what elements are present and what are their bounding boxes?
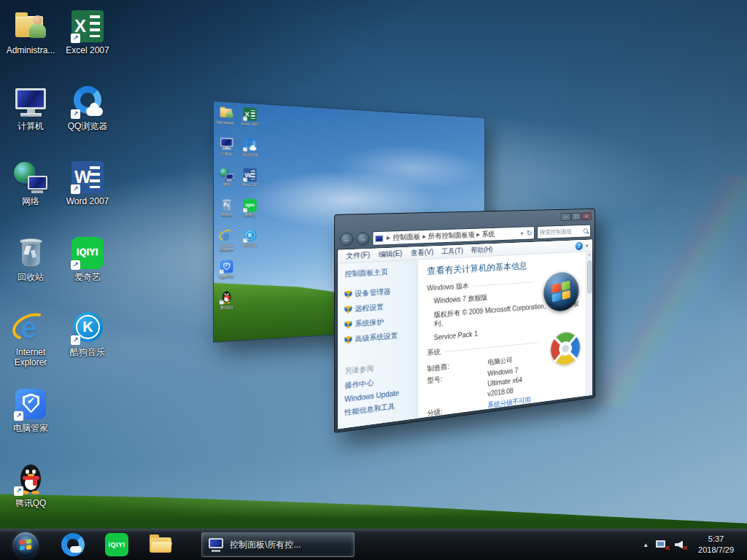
menu-item[interactable]: 工具(T) (438, 245, 467, 259)
taskbar-clock[interactable]: 5:37 2018/7/29 (692, 534, 740, 556)
task-button-label: 控制面板\所有控... (230, 539, 301, 551)
kugou-icon: K↗ (243, 228, 258, 242)
refresh-icon[interactable]: ↻ (527, 228, 533, 237)
desktop-icon-label: Word 2007 (60, 197, 115, 207)
sidebar-task-label: 设备管理器 (355, 287, 390, 299)
desktop-icon-label: 爱奇艺 (60, 273, 115, 283)
scroll-thumb[interactable] (587, 260, 592, 294)
sidebar-task-label: 系统保护 (355, 317, 384, 330)
sidebar-task-label: 远程设置 (355, 302, 384, 314)
uac-shield-icon (344, 306, 352, 314)
computer-icon (220, 136, 234, 151)
desktop-icon-kugou[interactable]: K↗酷狗音乐 (60, 311, 115, 358)
breadcrumb-segment[interactable]: 系统 (482, 230, 495, 240)
excel-icon: X↗ (243, 106, 258, 121)
windows-experience-index-logo (551, 331, 580, 366)
see-also-link[interactable]: 操作中心 (344, 375, 399, 391)
sidebar-task-高级系统设置[interactable]: 高级系统设置 (344, 329, 417, 345)
desktop-icon-label: Administra... (3, 46, 58, 56)
sidebar-task-远程设置[interactable]: 远程设置 (344, 300, 417, 315)
desktop-icon-label: Word 2007 (239, 182, 261, 187)
desktop-icon-excel[interactable]: X↗Excel 2007 (60, 9, 115, 56)
see-also-link[interactable]: 性能信息和工具 (344, 401, 399, 418)
menu-item[interactable]: 文件(F) (342, 249, 374, 263)
sidebar-see-also: 另请参阅 操作中心Windows Update性能信息和工具 (344, 361, 399, 422)
desktop-icon-recycle[interactable]: 回收站 (3, 236, 58, 283)
minimize-button[interactable]: – (561, 213, 571, 221)
shortcut-arrow-icon: ↗ (71, 34, 80, 43)
breadcrumb-separator-icon: ▶ (387, 235, 390, 241)
desktop-icon-iqiyi[interactable]: iQIYI↗爱奇艺 (60, 236, 115, 283)
desktop-icon-recycle: 回收站 (215, 198, 239, 217)
window-client-area: 文件(F)编辑(E)查看(V)工具(T)帮助(H) ? ▼ 控制面板主页 设备管… (337, 239, 593, 430)
system-tray: ▲ ✕ ✕ 5:37 2018/7/29 (643, 534, 747, 556)
close-button[interactable]: × (581, 212, 591, 220)
show-hidden-icons-arrow[interactable]: ▲ (643, 542, 649, 548)
system-info-rows: 制造商:电脑公司型号:Windows 7 Ultimate x64 v2018.… (427, 352, 538, 419)
desktop-icon-label: Internet Explorer (3, 348, 58, 368)
word-icon: W↗ (70, 160, 105, 195)
system-window[interactable]: – □ × ← → ▶控制面板▶所有控制面板项▶系统 ▼ ↻ 搜索控制面板 文件… (334, 209, 595, 433)
desktop-icon-excel: X↗Excel 2007 (239, 106, 261, 127)
desktop-icon-label: Administra... (215, 120, 239, 125)
breadcrumb-segment[interactable]: 控制面板 (392, 232, 420, 243)
location-icon (375, 235, 383, 241)
menu-item[interactable]: 编辑(E) (375, 247, 406, 261)
control-panel-task-icon (209, 538, 225, 552)
sidebar-task-设备管理器[interactable]: 设备管理器 (344, 285, 417, 300)
forward-button[interactable]: → (357, 232, 370, 245)
scroll-up-arrow[interactable]: ▲ (587, 252, 593, 257)
sidebar-task-系统保护[interactable]: 系统保护 (344, 314, 417, 330)
shortcut-arrow-icon: ↗ (14, 486, 23, 496)
shortcut-arrow-icon: ↗ (243, 238, 247, 242)
sidebar-task-label: 高级系统设置 (355, 331, 398, 345)
shortcut-arrow-icon: ↗ (14, 411, 23, 421)
help-dropdown-icon[interactable]: ▼ (585, 243, 589, 247)
desktop-icon-label: Internet Explorer (215, 244, 239, 252)
breadcrumb-segment[interactable]: 所有控制面板项 (428, 230, 475, 241)
desktop-icon-ie[interactable]: eInternet Explorer (3, 311, 58, 368)
desktop-icon-pcmanager[interactable]: ✔↗电脑管家 (3, 386, 58, 434)
desktop-icon-qqbrowser[interactable]: ↗QQ浏览器 (60, 85, 115, 132)
ie-icon: e (220, 229, 234, 244)
maximize-button[interactable]: □ (571, 213, 581, 221)
iqiyi-icon: iQIYI↗ (70, 236, 105, 271)
start-button[interactable] (13, 532, 38, 557)
taskbar-task-button[interactable]: 控制面板\所有控... (201, 532, 355, 557)
see-also-link[interactable]: Windows Update (344, 389, 399, 404)
desktop-icon-label: 腾讯QQ (215, 305, 239, 310)
recycle-icon (220, 198, 234, 212)
system-window-wrap: – □ × ← → ▶控制面板▶所有控制面板项▶系统 ▼ ↻ 搜索控制面板 文件… (334, 214, 627, 433)
network-icon[interactable]: ✕ (656, 540, 667, 550)
desktop-icon-qq: ↗腾讯QQ (215, 289, 239, 310)
pcmanager-icon: ✔↗ (220, 260, 234, 274)
uac-shield-icon (344, 321, 352, 330)
desktop-icon-pcmanager: ✔↗电脑管家 (215, 259, 239, 279)
desktop-icon-word[interactable]: W↗Word 2007 (60, 160, 115, 207)
volume-icon[interactable]: ✕ (675, 540, 685, 550)
sidebar: 控制面板主页 设备管理器远程设置系统保护高级系统设置 另请参阅 操作中心Wind… (338, 260, 418, 429)
desktop-icon-network[interactable]: 网络 (3, 160, 58, 207)
desktop-icon-computer[interactable]: 计算机 (3, 85, 58, 132)
search-box[interactable]: 搜索控制面板 (537, 225, 591, 239)
desktop-icon-label: 爱奇艺 (239, 213, 261, 217)
menu-item[interactable]: 查看(V) (407, 246, 437, 260)
taskbar: iQIYI 控制面板\所有控... ▲ ✕ ✕ 5:37 2018/7/29 (0, 529, 747, 560)
taskbar-explorer-icon[interactable] (149, 533, 172, 556)
breadcrumb-dropdown-icon[interactable]: ▼ (520, 231, 525, 236)
menu-item[interactable]: 帮助(H) (468, 244, 496, 257)
back-button[interactable]: ← (340, 233, 353, 246)
shortcut-arrow-icon: ↗ (71, 109, 80, 119)
network-icon (13, 160, 48, 195)
taskbar-iqiyi-icon[interactable]: iQIYI (105, 533, 128, 556)
iqiyi-icon: iQIYI↗ (243, 198, 258, 212)
desktop-icon-label: QQ浏览器 (239, 152, 261, 158)
sidebar-item-control-panel-home[interactable]: 控制面板主页 (344, 265, 417, 279)
clock-time: 5:37 (698, 534, 734, 545)
vertical-scrollbar[interactable]: ▲ (586, 252, 592, 396)
taskbar-qq-browser-icon[interactable] (61, 533, 85, 556)
desktop-icon-qq[interactable]: ↗腾讯QQ (3, 462, 58, 509)
desktop-icon-network: 网络 (215, 167, 239, 187)
help-icon[interactable]: ? (576, 241, 583, 250)
desktop-icon-administrator[interactable]: Administra... (3, 9, 58, 56)
